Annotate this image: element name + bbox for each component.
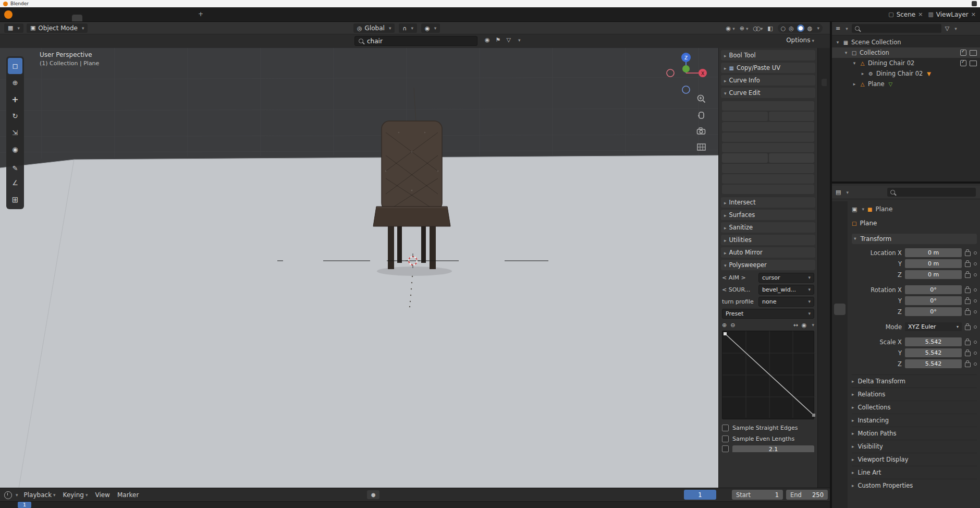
lock-icon[interactable]: [965, 251, 971, 256]
sidebar-tab[interactable]: [822, 141, 827, 148]
animate-decorator-icon[interactable]: [974, 325, 977, 329]
sidebar-tab[interactable]: [822, 123, 827, 130]
lock-icon[interactable]: [965, 352, 971, 356]
panel-header[interactable]: Sanitize: [721, 222, 815, 233]
wireframe-shading-button[interactable]: ○: [781, 25, 786, 32]
operator-button[interactable]: [722, 143, 814, 152]
options-dropdown[interactable]: Options▾: [786, 37, 814, 44]
properties-editor-dropdown-icon[interactable]: ▾: [846, 190, 849, 195]
mode-dropdown[interactable]: ▣Object Mode▾: [27, 23, 88, 33]
z-axis-label[interactable]: Z: [684, 55, 688, 61]
playhead[interactable]: 1: [18, 502, 31, 508]
tool-button[interactable]: [8, 175, 22, 191]
frame-end-field[interactable]: End250: [786, 490, 828, 500]
tool-button[interactable]: [8, 125, 22, 141]
panel-header[interactable]: Bool Tool: [721, 50, 815, 61]
collapsed-section[interactable]: ▸ Line Art: [852, 466, 977, 479]
curve-options-icon[interactable]: ▾: [812, 322, 814, 328]
shading-dropdown-icon[interactable]: ▾: [817, 26, 819, 31]
lock-icon[interactable]: [965, 325, 971, 330]
properties-search-input[interactable]: [887, 188, 976, 197]
preset-dropdown[interactable]: Preset▾: [722, 309, 814, 319]
value-field[interactable]: 0 m▾: [905, 270, 962, 279]
gizmos-toggle[interactable]: ⊕▾: [740, 25, 749, 32]
timeline-menu[interactable]: Keying▾: [59, 491, 92, 499]
properties-tab-icon[interactable]: [834, 223, 846, 234]
value-dropdown[interactable]: none▾: [758, 297, 814, 307]
timeline-ruler[interactable]: 1: [0, 501, 830, 508]
panel-header[interactable]: Auto Mirror: [721, 247, 815, 258]
scene-selector[interactable]: ▢ Scene ×: [888, 11, 923, 18]
properties-tab-icon[interactable]: [834, 368, 846, 380]
object-name-row[interactable]: □ Plane: [852, 217, 977, 229]
value-field[interactable]: XYZ Euler▾: [905, 322, 962, 331]
collapsed-section[interactable]: ▸ Relations: [852, 388, 977, 401]
operator-button[interactable]: [722, 153, 768, 163]
tool-button[interactable]: [8, 75, 22, 91]
workspace-tab[interactable]: [127, 15, 137, 21]
zoom-in-icon[interactable]: ⊕: [722, 322, 727, 329]
panel-header[interactable]: Surfaces: [721, 210, 815, 220]
outliner-row[interactable]: Plane: [832, 79, 980, 89]
value-field[interactable]: 5.542▾: [905, 337, 962, 346]
point-icon[interactable]: ◉: [802, 322, 807, 329]
lock-icon[interactable]: [965, 362, 971, 367]
value-field[interactable]: 0°▾: [905, 296, 962, 305]
expander-icon[interactable]: [852, 61, 857, 66]
menubar-menu[interactable]: [45, 13, 54, 17]
collapsed-section[interactable]: ▸ Motion Paths: [852, 427, 977, 440]
viewport-visibility-icon[interactable]: [970, 61, 977, 66]
operator-button[interactable]: [722, 164, 814, 173]
properties-tab-icon[interactable]: [834, 401, 846, 412]
value-field[interactable]: 0 m▾: [905, 248, 962, 257]
outliner-row[interactable]: Dining Chair 02: [832, 68, 980, 79]
auto-keying-button[interactable]: ●: [367, 490, 379, 499]
material-preview-button[interactable]: ●: [797, 25, 804, 32]
extend-icon[interactable]: ↔: [793, 322, 798, 329]
snap-toggle[interactable]: ∩▾: [399, 23, 417, 33]
panel-header-curve-edit[interactable]: Curve Edit: [721, 88, 815, 98]
value-field[interactable]: 5.542▾: [905, 359, 962, 368]
tool-button[interactable]: [8, 158, 22, 174]
filter-dropdown-icon[interactable]: ▾: [518, 38, 521, 43]
collapsed-section[interactable]: ▸ Instancing: [852, 414, 977, 427]
lock-icon[interactable]: [965, 310, 971, 315]
add-workspace-button[interactable]: +: [193, 7, 209, 21]
properties-editor-icon[interactable]: ▤: [836, 189, 841, 196]
workspace-tab[interactable]: [181, 15, 192, 21]
search-input[interactable]: chair: [354, 36, 477, 46]
viewport-visibility-icon[interactable]: [970, 50, 977, 56]
animate-decorator-icon[interactable]: [974, 251, 977, 255]
operator-button[interactable]: [769, 112, 815, 121]
lock-icon[interactable]: [965, 262, 971, 267]
animate-decorator-icon[interactable]: [974, 262, 977, 265]
workspace-tab[interactable]: [149, 15, 159, 21]
timeline-menu[interactable]: View▾: [91, 491, 113, 499]
frame-start-field[interactable]: Start1: [732, 490, 783, 500]
eye-filter-icon[interactable]: ◉: [485, 37, 490, 43]
properties-tab-icon[interactable]: [834, 352, 846, 364]
checkbox-icon[interactable]: [960, 60, 966, 66]
lock-icon[interactable]: [965, 273, 971, 278]
navigation-gizmo[interactable]: Z X: [664, 50, 708, 98]
funnel-icon[interactable]: ▽: [506, 37, 510, 43]
x-axis-label[interactable]: X: [701, 71, 704, 76]
operator-button[interactable]: [722, 112, 768, 121]
outliner-search-input[interactable]: [852, 24, 941, 33]
remove-viewlayer-icon[interactable]: ×: [971, 11, 976, 18]
value-slider[interactable]: 2.1: [732, 445, 814, 452]
value-field[interactable]: 0 m▾: [905, 259, 962, 268]
sidebar-tab[interactable]: [822, 70, 827, 77]
operator-button[interactable]: [722, 174, 814, 184]
viewport-canvas[interactable]: User Perspective (1) Collection | Plane …: [0, 48, 830, 488]
animate-decorator-icon[interactable]: [974, 310, 977, 313]
object-context-icon[interactable]: ▣: [852, 206, 857, 213]
operator-button[interactable]: [722, 101, 814, 111]
tool-button[interactable]: [8, 191, 22, 208]
properties-tab-icon[interactable]: [834, 336, 846, 347]
checkbox-icon[interactable]: [960, 50, 966, 56]
workspace-tab[interactable]: [170, 15, 181, 21]
sidebar-tab[interactable]: [822, 96, 827, 104]
outliner-editor-icon[interactable]: ≡: [836, 25, 840, 32]
value-field[interactable]: 5.542▾: [905, 348, 962, 357]
